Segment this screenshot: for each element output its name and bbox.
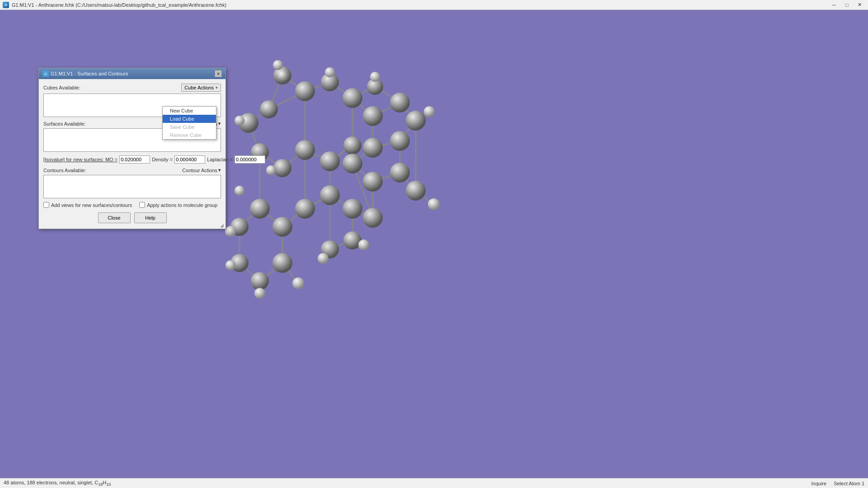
laplacian-value-input[interactable] bbox=[235, 155, 265, 164]
svg-point-65 bbox=[320, 185, 340, 205]
mo-value-input[interactable] bbox=[119, 155, 150, 164]
dialog-title-left: G G1:M1:V1 - Surfaces and Contours bbox=[42, 70, 128, 77]
minimize-button[interactable]: ─ bbox=[828, 1, 840, 9]
help-button[interactable]: Help bbox=[134, 212, 167, 223]
svg-point-67 bbox=[250, 199, 270, 219]
dialog-close-button[interactable]: ✕ bbox=[215, 70, 222, 77]
cube-actions-button[interactable]: Cube Actions ▾ bbox=[181, 84, 221, 92]
svg-point-87 bbox=[370, 72, 380, 82]
svg-point-90 bbox=[424, 106, 435, 117]
density-label: Density = bbox=[152, 157, 173, 162]
molecule-svg bbox=[194, 33, 465, 326]
svg-point-70 bbox=[272, 253, 292, 273]
surfaces-label: Surfaces Available: bbox=[43, 121, 85, 127]
svg-point-54 bbox=[260, 100, 278, 118]
svg-point-53 bbox=[390, 93, 410, 113]
svg-point-91 bbox=[266, 165, 276, 175]
contours-label: Contours Available: bbox=[43, 168, 86, 173]
svg-point-64 bbox=[363, 138, 383, 158]
apply-actions-checkbox-label: Apply actions to molecule group bbox=[139, 202, 217, 208]
contour-actions-arrow: ▾ bbox=[218, 167, 221, 173]
dialog-buttons: Close Help bbox=[43, 212, 221, 225]
svg-point-73 bbox=[343, 154, 362, 174]
svg-point-57 bbox=[273, 159, 291, 177]
svg-point-61 bbox=[363, 106, 383, 126]
svg-point-85 bbox=[273, 60, 283, 70]
resize-handle[interactable]: ◢ bbox=[220, 223, 224, 228]
svg-point-93 bbox=[225, 260, 235, 270]
svg-point-92 bbox=[225, 226, 236, 237]
select-atom-label: Select Atom 1 bbox=[834, 481, 864, 486]
svg-point-49 bbox=[295, 81, 315, 101]
cubes-label: Cubes Available: bbox=[43, 85, 80, 90]
dialog-body: Cubes Available: Cube Actions ▾ New Cube… bbox=[39, 79, 225, 229]
svg-point-72 bbox=[251, 272, 269, 290]
svg-point-63 bbox=[390, 131, 410, 151]
svg-point-76 bbox=[406, 181, 426, 201]
svg-point-74 bbox=[363, 172, 383, 192]
dialog-titlebar[interactable]: G G1:M1:V1 - Surfaces and Contours ✕ bbox=[39, 68, 225, 79]
status-right: Inquire Select Atom 1 bbox=[811, 481, 864, 486]
window-title: G1:M1:V1 - Anthracene.fchk (C:/Users/mat… bbox=[12, 2, 226, 8]
svg-point-94 bbox=[254, 288, 265, 299]
svg-point-96 bbox=[318, 253, 328, 264]
svg-point-84 bbox=[277, 70, 287, 80]
app-icon: G bbox=[3, 2, 9, 8]
svg-point-78 bbox=[343, 199, 362, 219]
svg-point-60 bbox=[343, 136, 361, 155]
svg-point-83 bbox=[235, 186, 244, 196]
surface-actions-arrow: ▾ bbox=[218, 121, 221, 127]
cube-actions-arrow: ▾ bbox=[216, 85, 218, 90]
contour-actions-button[interactable]: Contour Actions ▾ bbox=[182, 167, 221, 173]
svg-point-86 bbox=[325, 67, 335, 77]
laplacian-label: Laplacian = bbox=[207, 157, 233, 162]
svg-point-58 bbox=[295, 140, 315, 160]
load-cube-item[interactable]: Load Cube bbox=[163, 115, 216, 123]
status-bar: 48 atoms, 188 electrons, neutral, single… bbox=[0, 478, 868, 488]
isovalue-row: [Isovalue] for new surfaces: MO = Densit… bbox=[43, 155, 221, 164]
contours-listbox[interactable] bbox=[43, 175, 221, 198]
main-area: G G1:M1:V1 - Surfaces and Contours ✕ Cub… bbox=[0, 10, 868, 478]
dialog-icon: G bbox=[42, 70, 49, 77]
dialog-title: G1:M1:V1 - Surfaces and Contours bbox=[51, 71, 128, 76]
title-bar-left: G G1:M1:V1 - Anthracene.fchk (C:/Users/m… bbox=[3, 2, 226, 8]
contours-section-header: Contours Available: Contour Actions ▾ bbox=[43, 167, 221, 173]
remove-cube-item[interactable]: Remove Cube bbox=[163, 131, 216, 139]
cube-actions-menu: New Cube Load Cube Save Cube Remove Cube bbox=[162, 106, 216, 140]
maximize-button[interactable]: □ bbox=[841, 1, 853, 9]
isovalue-prefix-label[interactable]: [Isovalue] for new surfaces: MO = bbox=[43, 157, 117, 162]
inquire-label: Inquire bbox=[811, 481, 826, 486]
apply-actions-checkbox[interactable] bbox=[139, 202, 145, 208]
save-cube-item[interactable]: Save Cube bbox=[163, 123, 216, 131]
close-button[interactable]: ✕ bbox=[854, 1, 865, 9]
svg-point-81 bbox=[428, 198, 440, 210]
svg-point-95 bbox=[358, 239, 369, 250]
close-button[interactable]: Close bbox=[98, 212, 131, 223]
svg-point-82 bbox=[292, 277, 304, 289]
surfaces-contours-dialog: G G1:M1:V1 - Surfaces and Contours ✕ Cub… bbox=[38, 68, 226, 229]
svg-point-75 bbox=[390, 163, 410, 183]
svg-point-77 bbox=[363, 208, 383, 228]
cubes-section-header: Cubes Available: Cube Actions ▾ New Cube… bbox=[43, 84, 221, 92]
add-views-checkbox[interactable] bbox=[43, 202, 49, 208]
title-bar: G G1:M1:V1 - Anthracene.fchk (C:/Users/m… bbox=[0, 0, 868, 10]
new-cube-item[interactable]: New Cube bbox=[163, 107, 216, 115]
svg-point-88 bbox=[235, 116, 244, 126]
svg-point-66 bbox=[295, 199, 315, 219]
checkboxes-row: Add views for new surfaces/contours Appl… bbox=[43, 202, 221, 208]
svg-point-59 bbox=[320, 151, 340, 171]
density-value-input[interactable] bbox=[174, 155, 205, 164]
svg-point-62 bbox=[406, 111, 426, 131]
svg-point-51 bbox=[343, 88, 362, 108]
window-controls: ─ □ ✕ bbox=[828, 1, 865, 9]
status-left: 48 atoms, 188 electrons, neutral, single… bbox=[4, 480, 111, 487]
add-views-checkbox-label: Add views for new surfaces/contours bbox=[43, 202, 132, 208]
svg-point-68 bbox=[272, 217, 292, 237]
